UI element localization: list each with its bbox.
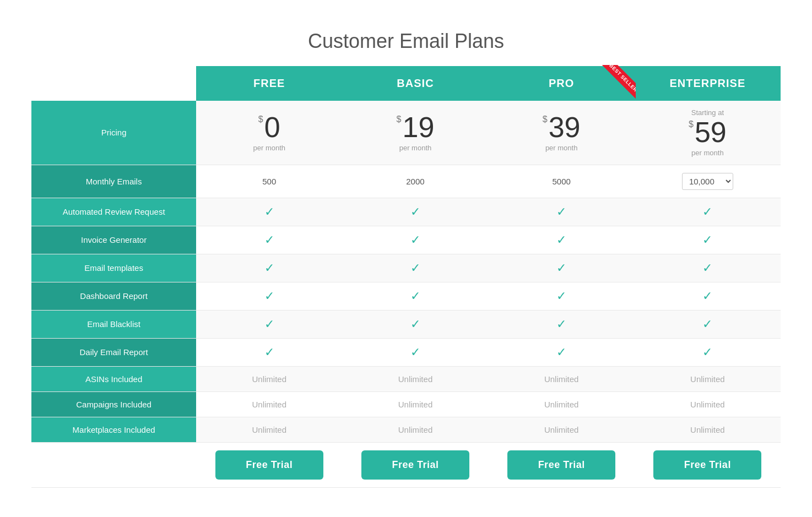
check-automated-review-pro: ✓ xyxy=(489,198,635,226)
checkmark-icon: ✓ xyxy=(556,289,566,303)
campaigns-included-row: Campaigns Included Unlimited Unlimited U… xyxy=(31,391,781,417)
dollar-enterprise: $ xyxy=(689,120,694,129)
check-automated-review-free: ✓ xyxy=(196,198,342,226)
check-dashboard-enterprise: ✓ xyxy=(635,282,781,310)
checkmark-icon: ✓ xyxy=(410,233,420,247)
amount-enterprise: 59 xyxy=(695,118,727,146)
asins-included-row: ASINs Included Unlimited Unlimited Unlim… xyxy=(31,366,781,391)
feature-row-invoice-generator: Invoice Generator ✓ ✓ ✓ ✓ xyxy=(31,226,781,254)
campaigns-pro: Unlimited xyxy=(489,391,635,417)
monthly-emails-enterprise-select[interactable]: 10,000 20,000 50,000 100,000 xyxy=(682,173,733,190)
header-pro-label: PRO xyxy=(549,77,574,89)
ribbon-wrapper: BEST SELLER xyxy=(592,65,636,109)
feature-row-daily-email-report: Daily Email Report ✓ ✓ ✓ ✓ xyxy=(31,338,781,366)
unlimited-text: Unlimited xyxy=(690,425,725,434)
asins-basic: Unlimited xyxy=(342,366,488,391)
marketplaces-enterprise: Unlimited xyxy=(635,417,781,442)
price-block-enterprise: Starting at $ 59 per month xyxy=(640,108,775,157)
feature-row-automated-review: Automated Review Request ✓ ✓ ✓ ✓ xyxy=(31,198,781,226)
monthly-emails-row: Monthly Emails 500 2000 5000 10,000 20,0… xyxy=(31,165,781,198)
check-invoice-basic: ✓ xyxy=(342,226,488,254)
checkmark-icon: ✓ xyxy=(264,345,274,359)
monthly-emails-label: Monthly Emails xyxy=(31,165,196,198)
price-main-pro: $ 39 xyxy=(543,113,581,142)
header-free: FREE xyxy=(196,66,342,101)
page-wrapper: Customer Email Plans FREE BASIC BEST SEL… xyxy=(31,30,781,488)
pricing-free: $ 0 per month xyxy=(196,101,342,165)
check-daily-email-pro: ✓ xyxy=(489,338,635,366)
starting-at-enterprise: Starting at xyxy=(691,108,724,117)
checkmark-icon: ✓ xyxy=(264,261,274,275)
campaigns-enterprise: Unlimited xyxy=(635,391,781,417)
unlimited-text: Unlimited xyxy=(252,425,287,434)
checkmark-icon: ✓ xyxy=(556,261,566,275)
marketplaces-free: Unlimited xyxy=(196,417,342,442)
check-blacklist-pro: ✓ xyxy=(489,310,635,338)
price-block-basic: $ 19 per month xyxy=(348,113,483,152)
check-invoice-pro: ✓ xyxy=(489,226,635,254)
check-invoice-free: ✓ xyxy=(196,226,342,254)
pricing-pro: $ 39 per month xyxy=(489,101,635,165)
marketplaces-included-row: Marketplaces Included Unlimited Unlimite… xyxy=(31,417,781,442)
checkmark-icon: ✓ xyxy=(264,233,274,247)
feature-row-email-blacklist: Email Blacklist ✓ ✓ ✓ ✓ xyxy=(31,310,781,338)
unlimited-text: Unlimited xyxy=(690,400,725,409)
unlimited-text: Unlimited xyxy=(544,425,579,434)
feature-row-dashboard-report: Dashboard Report ✓ ✓ ✓ ✓ xyxy=(31,282,781,310)
checkmark-icon: ✓ xyxy=(410,261,420,275)
checkmark-icon: ✓ xyxy=(264,289,274,303)
feature-label-email-templates: Email templates xyxy=(31,254,196,282)
unlimited-text: Unlimited xyxy=(252,374,287,384)
pricing-table: FREE BASIC BEST SELLER PRO ENTERPRISE Pr… xyxy=(31,66,781,488)
feature-label-dashboard-report: Dashboard Report xyxy=(31,282,196,310)
checkmark-icon: ✓ xyxy=(702,289,712,303)
check-email-templates-enterprise: ✓ xyxy=(635,254,781,282)
amount-basic: 19 xyxy=(403,113,435,142)
free-trial-button-pro[interactable]: Free Trial xyxy=(507,450,615,480)
price-main-enterprise: $ 59 xyxy=(689,118,727,146)
period-basic: per month xyxy=(399,144,432,152)
marketplaces-included-label: Marketplaces Included xyxy=(31,417,196,442)
check-daily-email-basic: ✓ xyxy=(342,338,488,366)
checkmark-icon: ✓ xyxy=(264,317,274,331)
monthly-emails-pro: 5000 xyxy=(489,165,635,198)
header-label-cell xyxy=(31,66,196,101)
free-trial-button-enterprise[interactable]: Free Trial xyxy=(653,450,761,480)
checkmark-icon: ✓ xyxy=(410,205,420,219)
checkmark-icon: ✓ xyxy=(702,261,712,275)
pricing-enterprise: Starting at $ 59 per month xyxy=(635,101,781,165)
check-blacklist-enterprise: ✓ xyxy=(635,310,781,338)
price-main-free: $ 0 xyxy=(258,113,280,142)
checkmark-icon: ✓ xyxy=(702,205,712,219)
btn-cell-enterprise: Free Trial xyxy=(635,442,781,487)
asins-pro: Unlimited xyxy=(489,366,635,391)
period-free: per month xyxy=(253,144,286,152)
unlimited-text: Unlimited xyxy=(544,400,579,409)
check-automated-review-enterprise: ✓ xyxy=(635,198,781,226)
marketplaces-pro: Unlimited xyxy=(489,417,635,442)
check-daily-email-free: ✓ xyxy=(196,338,342,366)
header-pro: BEST SELLER PRO xyxy=(489,66,635,101)
monthly-emails-enterprise: 10,000 20,000 50,000 100,000 xyxy=(635,165,781,198)
pricing-label: Pricing xyxy=(31,101,196,165)
checkmark-icon: ✓ xyxy=(556,317,566,331)
check-automated-review-basic: ✓ xyxy=(342,198,488,226)
check-blacklist-free: ✓ xyxy=(196,310,342,338)
monthly-emails-free: 500 xyxy=(196,165,342,198)
header-enterprise: ENTERPRISE xyxy=(635,66,781,101)
best-seller-ribbon: BEST SELLER xyxy=(602,65,636,100)
check-invoice-enterprise: ✓ xyxy=(635,226,781,254)
period-enterprise: per month xyxy=(691,149,724,157)
asins-enterprise: Unlimited xyxy=(635,366,781,391)
pricing-row: Pricing $ 0 per month $ 19 xyxy=(31,101,781,165)
feature-label-email-blacklist: Email Blacklist xyxy=(31,310,196,338)
free-trial-button-basic[interactable]: Free Trial xyxy=(361,450,469,480)
unlimited-text: Unlimited xyxy=(398,374,433,384)
dollar-free: $ xyxy=(258,115,263,124)
btn-cell-free: Free Trial xyxy=(196,442,342,487)
header-row: FREE BASIC BEST SELLER PRO ENTERPRISE xyxy=(31,66,781,101)
check-dashboard-basic: ✓ xyxy=(342,282,488,310)
free-trial-button-free[interactable]: Free Trial xyxy=(215,450,323,480)
checkmark-icon: ✓ xyxy=(702,345,712,359)
unlimited-text: Unlimited xyxy=(690,374,725,384)
